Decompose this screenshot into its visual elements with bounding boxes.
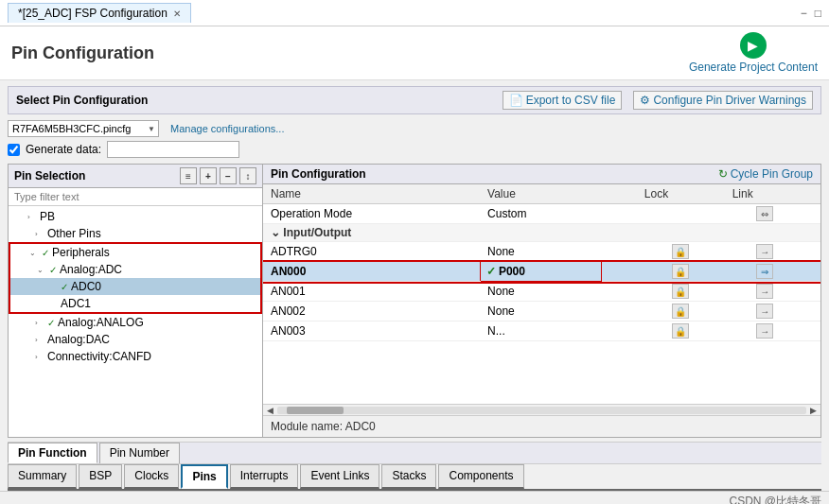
config-row: R7FA6M5BH3CFC.pincfg Manage configuratio… — [8, 120, 821, 137]
horizontal-scrollbar[interactable]: ◀ ▶ — [263, 404, 820, 415]
tree-item-peripherals[interactable]: ⌄ ✓ Peripherals — [10, 244, 260, 261]
check-icon: ✓ — [47, 318, 55, 328]
arrow-icon: › — [35, 230, 44, 238]
titlebar-controls: − □ — [801, 7, 821, 20]
check-icon: ✓ — [61, 282, 68, 292]
link-icon[interactable]: → — [756, 323, 773, 339]
cell-lock — [637, 204, 725, 224]
pin-selection-header: Pin Selection ≡ + − ↕ — [9, 165, 262, 188]
config-dropdown[interactable]: R7FA6M5BH3CFC.pincfg — [8, 120, 159, 137]
bottom-bar: CSDN @比特冬哥 — [0, 491, 829, 504]
lock-icon[interactable]: 🔒 — [672, 244, 689, 259]
add-btn[interactable]: + — [200, 167, 217, 184]
tree-label: Connectivity:CANFD — [47, 350, 151, 363]
tab-event-links[interactable]: Event Links — [300, 464, 379, 489]
link-icon[interactable]: → — [756, 284, 773, 299]
export-csv-btn[interactable]: 📄 Export to CSV file — [503, 91, 623, 110]
cell-link[interactable]: → — [725, 322, 805, 341]
cell-value: None — [480, 302, 602, 322]
expand-all-btn[interactable]: ≡ — [180, 167, 197, 184]
cell-lock[interactable]: 🔒 — [637, 282, 725, 302]
col-scroll — [805, 184, 820, 204]
lock-icon[interactable]: 🔒 — [672, 264, 689, 279]
tree-label: Analog:ADC — [60, 263, 122, 276]
tree-item-analog-analog[interactable]: › ✓ Analog:ANALOG — [9, 314, 262, 331]
cell-link[interactable]: → — [725, 282, 805, 302]
tab-bsp[interactable]: BSP — [79, 464, 122, 489]
arrow-icon: › — [35, 353, 44, 361]
cell-spacer — [805, 302, 820, 322]
check-icon: ✓ — [42, 248, 49, 258]
cell-value: None — [480, 282, 602, 302]
value-check-icon: ✓ — [486, 265, 496, 278]
sort-btn[interactable]: ↕ — [239, 167, 256, 184]
tab-stacks[interactable]: Stacks — [381, 464, 436, 489]
link-icon[interactable]: → — [756, 244, 773, 259]
tab-pins-label: Pins — [192, 470, 216, 483]
tree-item-adc1[interactable]: ADC1 — [10, 295, 260, 312]
remove-btn[interactable]: − — [220, 167, 237, 184]
tree-area: › PB › Other Pins ⌄ ✓ Peripherals ⌄ ✓ — [9, 206, 262, 437]
cell-lock[interactable]: 🔒 — [637, 262, 725, 282]
scroll-right-btn[interactable]: ▶ — [808, 406, 819, 415]
tab-pins[interactable]: Pins — [181, 464, 227, 489]
cell-value: ✓ P000 — [480, 262, 602, 282]
cell-link[interactable]: ⇒ — [725, 262, 805, 282]
tab-summary[interactable]: Summary — [8, 464, 77, 489]
lock-icon[interactable]: 🔒 — [672, 304, 689, 319]
generate-project-btn[interactable]: ▶ Generate Project Content — [689, 32, 818, 74]
cell-link[interactable]: ⇔ — [725, 204, 805, 224]
lock-icon[interactable]: 🔒 — [672, 284, 689, 299]
cell-lock[interactable]: 🔒 — [637, 322, 725, 341]
tree-item-analog-dac[interactable]: › Analog:DAC — [9, 331, 262, 348]
table-row-an003: AN003 N... 🔒 → — [263, 322, 820, 341]
cell-extra — [602, 322, 637, 341]
manage-configurations-link[interactable]: Manage configurations... — [170, 123, 284, 134]
configure-warnings-btn[interactable]: ⚙ Configure Pin Driver Warnings — [633, 91, 813, 110]
tab-close-icon[interactable]: ✕ — [173, 9, 181, 19]
titlebar-left: *[25_ADC] FSP Configuration ✕ — [8, 3, 191, 23]
tree-item-analog-adc[interactable]: ⌄ ✓ Analog:ADC — [10, 261, 260, 278]
cell-lock[interactable]: 🔒 — [637, 242, 725, 262]
arrow-icon: › — [35, 319, 44, 327]
scroll-track — [277, 407, 806, 414]
cell-value: None — [480, 242, 602, 262]
tab-pin-function[interactable]: Pin Function — [8, 443, 97, 463]
tab-pin-number[interactable]: Pin Number — [99, 443, 180, 463]
tree-item-adc0[interactable]: ✓ ADC0 — [10, 278, 260, 295]
module-name-bar: Module name: ADC0 — [263, 415, 820, 437]
pin-config-table: Name Value Lock Link Operation Mode Cust… — [263, 184, 820, 341]
link-icon[interactable]: ⇔ — [756, 206, 773, 221]
lock-icon[interactable]: 🔒 — [672, 323, 689, 339]
table-row-an000[interactable]: AN000 ✓ P000 🔒 ⇒ — [263, 262, 820, 282]
generate-data-checkbox[interactable] — [8, 144, 20, 156]
cycle-pin-group-btn[interactable]: ↻ Cycle Pin Group — [718, 167, 813, 181]
cell-name: AN003 — [263, 322, 480, 341]
cell-section-label: ⌄ Input/Output — [263, 224, 805, 242]
maximize-icon[interactable]: □ — [815, 7, 821, 20]
tab-interrupts[interactable]: Interrupts — [230, 464, 299, 489]
scroll-thumb[interactable] — [287, 407, 344, 414]
link-icon-active[interactable]: ⇒ — [756, 264, 773, 279]
cell-spacer — [805, 262, 820, 282]
cell-link[interactable]: → — [725, 242, 805, 262]
tab-components[interactable]: Components — [438, 464, 523, 489]
col-lock: Lock — [637, 184, 725, 204]
tree-item-other-pins[interactable]: › Other Pins — [9, 225, 262, 242]
filter-input[interactable] — [9, 188, 262, 206]
tree-item-pb[interactable]: › PB — [9, 208, 262, 225]
link-icon[interactable]: → — [756, 304, 773, 319]
tab-title[interactable]: *[25_ADC] FSP Configuration ✕ — [8, 3, 191, 23]
cell-lock[interactable]: 🔒 — [637, 302, 725, 322]
tab-interrupts-label: Interrupts — [240, 469, 289, 482]
minimize-icon[interactable]: − — [801, 7, 807, 20]
arrow-icon — [48, 300, 58, 308]
generate-data-input[interactable]: g_bsp_pin_cfg — [107, 141, 239, 158]
tree-item-canfd[interactable]: › Connectivity:CANFD — [9, 348, 262, 365]
config-select-wrapper: R7FA6M5BH3CFC.pincfg — [8, 120, 159, 137]
tab-clocks[interactable]: Clocks — [124, 464, 179, 489]
cell-link[interactable]: → — [725, 302, 805, 322]
config-table: Name Value Lock Link Operation Mode Cust… — [263, 184, 820, 404]
scroll-left-btn[interactable]: ◀ — [265, 406, 275, 415]
content-area: Pin Selection ≡ + − ↕ › PB › Other Pins — [8, 164, 821, 438]
